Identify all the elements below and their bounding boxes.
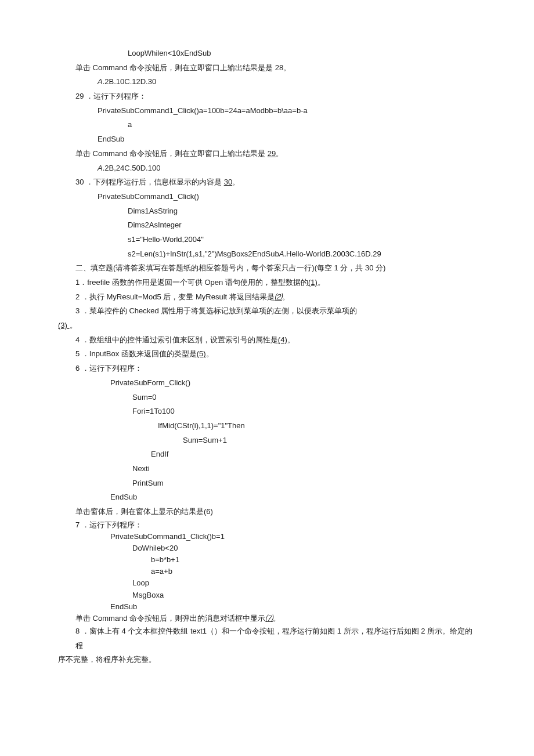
blank: (4) (278, 335, 287, 344)
code-line: Dims2AsInteger (58, 218, 476, 233)
blank: (3) (58, 321, 70, 330)
section-heading: 二、填空题(请将答案填写在答题纸的相应答题号内，每个答案只占一行)(每空 1 分… (58, 261, 476, 276)
question-number: 30 ．下列程序运行后，信息框显示的内容是 30。 (58, 175, 476, 190)
code-line: a=a+b (58, 566, 476, 577)
code-line: s1="Hello-World,2004" (58, 233, 476, 247)
text: 单击 Command 命令按钮后，则在立即窗口上输出结果是 (75, 149, 268, 158)
blank: 30 (224, 178, 232, 186)
question-number: 29 ．运行下列程序： (58, 89, 476, 104)
question-line: 4 ．数组组中的控件通过索引值来区别，设置索引号的属性是(4)。 (58, 333, 476, 348)
option-label: A (98, 77, 103, 86)
text: 5 ．InputBox 函数来返回值的类型是 (75, 349, 197, 358)
code-line: PrivateSubCommand1_Click() (58, 190, 476, 204)
text: 1．freefile 函数的作用是返回一个可供 Open 语句使用的，整型数据的 (75, 278, 308, 287)
answer-options: A.2B.10C.12D.30 (58, 75, 476, 89)
code-line: a (58, 118, 476, 132)
code-line: Sum=Sum+1 (58, 433, 476, 448)
blank: 29 (268, 149, 276, 158)
code-line: Fori=1To100 (58, 404, 476, 419)
text: .2B.10C.12D.30 (103, 77, 157, 86)
text: 。 (287, 335, 295, 344)
question-number: 7 ．运行下列程序： (58, 519, 476, 531)
question-line: 1．freefile 函数的作用是返回一个可供 Open 语句使用的，整型数据的… (58, 276, 476, 290)
code-line: s2=Len(s1)+InStr(1,s1,"2")MsgBoxs2EndSub… (58, 247, 476, 262)
code-line: LoopWhilen<10xEndSub (58, 46, 476, 61)
paragraph: 单击 Command 命令按钮后，则在立即窗口上输出结果是是 28。 (58, 61, 476, 75)
text: 。 (70, 321, 77, 330)
code-line: PrivateSubForm_Click() (58, 376, 476, 390)
text: 。 (273, 614, 280, 623)
question-line: 3 ．菜单控件的 Checked 属性用于将复选标记放到菜单项的左侧，以便表示菜… (58, 304, 476, 319)
text: .2B,24C.50D.100 (103, 164, 161, 172)
question-line: (3) 。 (58, 319, 476, 333)
blank: (5) (197, 349, 206, 358)
text: 30 ．下列程序运行后，信息框显示的内容是 (75, 178, 224, 186)
code-line: MsgBoxa (58, 589, 476, 601)
question-line: 5 ．InputBox 函数来返回值的类型是(5)。 (58, 347, 476, 361)
code-line: Loop (58, 577, 476, 589)
blank: ⑺ (265, 614, 273, 623)
paragraph: 单击窗体后，则在窗体上显示的结果是(6) (58, 505, 476, 519)
text: 单击 Command 命令按钮后，则弹出的消息对话框中显示 (75, 614, 265, 623)
code-line: Nexti (58, 462, 476, 476)
text: 。 (206, 349, 214, 358)
code-line: Dims1AsString (58, 204, 476, 219)
code-line: EndSub (58, 490, 476, 505)
code-line: PrivateSubCommand1_Click()b=1 (58, 531, 476, 542)
code-line: IfMid(CStr(i),1,1)="1"Then (58, 419, 476, 433)
text: s2=Len(s1)+InStr(1,s1,"2")MsgBoxs2EndSub (128, 249, 279, 258)
text: 。 (232, 178, 240, 186)
text: 。 (276, 149, 283, 158)
question-line: 序不完整，将程序补充完整。 (58, 653, 476, 667)
code-line: Sum=0 (58, 390, 476, 405)
option-label: A (98, 164, 103, 172)
text: 。 (282, 292, 290, 301)
code-line: EndIf (58, 447, 476, 462)
code-line: b=b*b+1 (58, 554, 476, 566)
code-line: PrivateSubCommand1_Click()a=100b=24a=aMo… (58, 104, 476, 118)
text: .Hello-WorldB.2003C.16D.29 (284, 249, 381, 258)
blank: ⑵ (275, 292, 282, 301)
paragraph: 单击 Command 命令按钮后，则弹出的消息对话框中显示⑺。 (58, 613, 476, 624)
code-line: PrintSum (58, 476, 476, 491)
code-line: EndSub (58, 132, 476, 147)
document-page: LoopWhilen<10xEndSub 单击 Command 命令按钮后，则在… (0, 0, 534, 756)
code-line: DoWhileb<20 (58, 542, 476, 554)
question-line: 2 ．执行 MyResult=Mod5 后，变量 MyResult 将返回结果是… (58, 290, 476, 305)
answer-options: A.2B,24C.50D.100 (58, 161, 476, 176)
text: 4 ．数组组中的控件通过索引值来区别，设置索引号的属性是 (75, 335, 278, 344)
blank: (1) (308, 278, 317, 287)
code-line: EndSub (58, 601, 476, 613)
text: 。 (317, 278, 325, 287)
question-number: 6 ．运行下列程序： (58, 361, 476, 376)
question-line: 8 ．窗体上有 4 个文本框控件数组 text1（）和一个命令按钮，程序运行前如… (58, 624, 476, 653)
paragraph: 单击 Command 命令按钮后，则在立即窗口上输出结果是 29。 (58, 147, 476, 161)
text: 2 ．执行 MyResult=Mod5 后，变量 MyResult 将返回结果是 (75, 292, 275, 301)
